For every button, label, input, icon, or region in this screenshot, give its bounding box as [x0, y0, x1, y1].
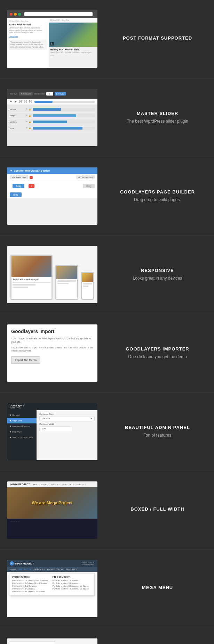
feature-title: BOXED / FULL WIDTH [108, 506, 207, 512]
feature-desc: Ton of features [108, 432, 207, 438]
feature-text-admin-panel: BEAUTIFUL ADMIN PANEL Ton of features [97, 425, 207, 438]
import-button[interactable]: Import The Demo [11, 356, 40, 364]
feature-title: GOODLAYERS IMPORTER [108, 346, 207, 352]
feature-text-responsive: RESPONSIVE Looks great in any devices [97, 268, 207, 281]
screenshot-page-builder: ▼ Content (With Sidebar) Section ⅟₂ Colu… [7, 167, 97, 225]
feature-responsive: Sadut elusmsd tempor [0, 236, 214, 314]
screenshot-importer: Goodlayers Import * Don't forget to acti… [7, 324, 97, 382]
feature-text-boxed-full: BOXED / FULL WIDTH [97, 506, 207, 514]
feature-boxed-full: MEGA PROJECT HOME PROJECT SERVICES PAGES… [0, 471, 214, 550]
screenshot-mega-menu: ▲ MEGA PROJECT 12 Main Street Pl.London … [7, 560, 97, 617]
layout-dropdown[interactable]: Classic Style Classic No Space Style ✓Mo… [10, 641, 55, 644]
feature-desc: The best WprdPress slider plugin [108, 118, 207, 124]
feature-title: MEGA MENU [108, 585, 207, 590]
feature-title: POST FORMAT SUPPORTED [108, 35, 207, 41]
importer-note: * Don't forget to activate the 'Goodlaye… [11, 337, 93, 344]
screenshot-project-layouts: Classic Style Classic No Space Style ✓Mo… [7, 638, 97, 644]
field-container-width-label: Container Width [39, 423, 95, 425]
field-container-width-input[interactable]: 1140 [39, 426, 72, 431]
screenshot-admin-panel: GoodLayers ADMIN PANEL General Page Styl… [7, 403, 97, 460]
mega-address: 12 Main Street Pl.London England [81, 561, 95, 565]
menu-analytics[interactable]: Analytics / Favicon [7, 423, 37, 429]
feature-desc: Looks great in any devices [108, 275, 207, 281]
feature-text-importer: GOODLAYERS IMPORTER One click and you ge… [97, 346, 207, 360]
tablet-preview [55, 265, 78, 300]
feature-master-slider: New layer ▼ Test Layer Slide Duration 1 … [0, 79, 214, 157]
importer-title: Goodlayers Import [11, 329, 93, 334]
boxed-logo: MEGA PROJECT [10, 483, 30, 486]
screenshot-responsive: Sadut elusmsd tempor [7, 246, 97, 303]
feature-admin-panel: GoodLayers ADMIN PANEL General Page Styl… [0, 393, 214, 471]
feature-text-page-builder: GOODLAYERS PAGE BUILDER Drag drop to bui… [97, 189, 207, 203]
screenshot-master-slider: New layer ▼ Test Layer Slide Duration 1 … [7, 89, 97, 146]
feature-mega-menu: ▲ MEGA PROJECT 12 Main Street Pl.London … [0, 550, 214, 628]
menu-search[interactable]: Search - Archive Style [7, 435, 37, 440]
field-container-style-label: Container Style [39, 413, 95, 415]
menu-blog-style[interactable]: Blog Style [7, 429, 37, 435]
feature-title: MASTER SLIDER [108, 111, 207, 116]
hero-text: We are Mega Project [32, 501, 72, 505]
feature-text-mega-menu: MEGA MENU [97, 585, 207, 592]
feature-page-builder: ▼ Content (With Sidebar) Section ⅟₂ Colu… [0, 157, 214, 236]
menu-general[interactable]: General [7, 412, 37, 418]
importer-text: It would be best to import the data when… [11, 346, 93, 353]
screenshot-post-format: 12 May 2017 • John Doe Audio Post Format… [7, 10, 97, 68]
feature-text-master-slider: MASTER SLIDER The best WprdPress slider … [97, 111, 207, 124]
feature-project-layouts: Classic Style Classic No Space Style ✓Mo… [0, 628, 214, 644]
field-container-style-select[interactable]: Full Size ▼ [39, 416, 95, 421]
feature-title: GOODLAYERS PAGE BUILDER [108, 189, 207, 195]
feature-desc: Drag drop to build pages. [108, 197, 207, 203]
feature-post-format: 12 May 2017 • John Doe Audio Post Format… [0, 0, 214, 79]
desktop-preview: Sadut elusmsd tempor [10, 255, 53, 300]
phone-preview [81, 272, 94, 300]
feature-desc: One click and you get the demo [108, 354, 207, 360]
menu-page-style[interactable]: Page Style [7, 418, 37, 423]
feature-importer: Goodlayers Import * Don't forget to acti… [0, 314, 214, 393]
screenshot-boxed-full: MEGA PROJECT HOME PROJECT SERVICES PAGES… [7, 481, 97, 539]
feature-title: RESPONSIVE [108, 268, 207, 273]
feature-text-post-format: POST FORMAT SUPPORTED [97, 35, 207, 43]
feature-title: BEAUTIFUL ADMIN PANEL [108, 425, 207, 430]
